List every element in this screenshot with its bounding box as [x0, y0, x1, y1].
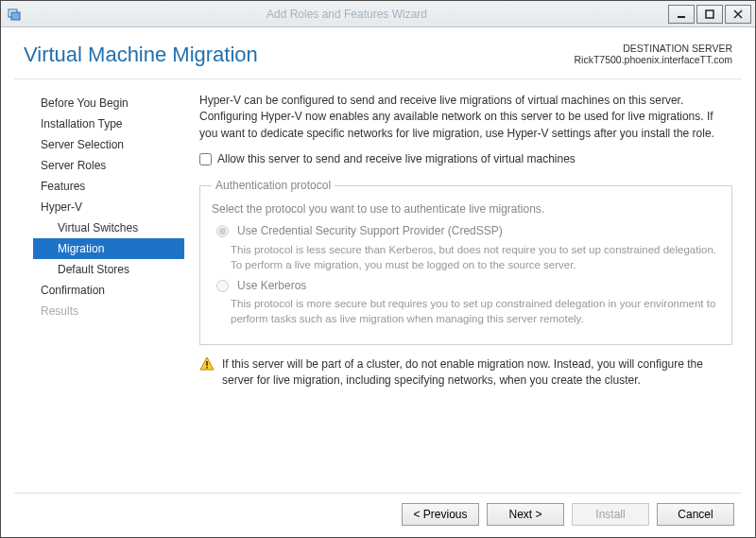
destination-server: DESTINATION SERVER RickT7500.phoenix.int…	[575, 43, 733, 65]
radio-kerberos-desc: This protocol is more secure but require…	[231, 296, 720, 326]
nav-item-hyper-v[interactable]: Hyper-V	[33, 197, 184, 217]
warning-icon	[199, 356, 215, 372]
content-area: Virtual Machine Migration DESTINATION SE…	[1, 27, 755, 537]
radio-credssp-desc: This protocol is less secure than Kerber…	[231, 242, 720, 272]
nav-item-confirmation[interactable]: Confirmation	[33, 280, 184, 301]
allow-migrations-checkbox[interactable]	[199, 153, 212, 165]
svg-rect-8	[206, 367, 208, 369]
app-icon	[7, 7, 22, 22]
radio-credssp-row[interactable]: Use Credential Security Support Provider…	[212, 223, 720, 239]
nav-item-migration[interactable]: Migration	[33, 238, 184, 259]
page-title: Virtual Machine Migration	[24, 43, 258, 67]
svg-rect-1	[11, 12, 20, 20]
radio-kerberos-row[interactable]: Use Kerberos	[212, 278, 720, 294]
wizard-body: Before You BeginInstallation TypeServer …	[14, 78, 742, 494]
install-button[interactable]: Install	[572, 503, 649, 526]
title-bar: Add Roles and Features Wizard	[1, 1, 755, 27]
minimize-button[interactable]	[668, 5, 695, 24]
allow-migrations-checkbox-row[interactable]: Allow this server to send and receive li…	[199, 151, 732, 167]
next-button[interactable]: Next >	[487, 503, 564, 526]
window-title: Add Roles and Features Wizard	[27, 8, 666, 21]
radio-kerberos-label: Use Kerberos	[237, 278, 306, 294]
allow-migrations-label: Allow this server to send and receive li…	[217, 151, 576, 167]
cluster-warning: If this server will be part of a cluster…	[199, 356, 732, 390]
cancel-button[interactable]: Cancel	[657, 503, 734, 526]
radio-kerberos[interactable]	[216, 280, 229, 292]
nav-item-virtual-switches[interactable]: Virtual Switches	[33, 217, 184, 238]
nav-item-server-selection[interactable]: Server Selection	[33, 134, 184, 155]
nav-item-before-you-begin[interactable]: Before You Begin	[33, 93, 184, 113]
header: Virtual Machine Migration DESTINATION SE…	[14, 27, 742, 78]
destination-label: DESTINATION SERVER	[575, 43, 733, 54]
previous-button[interactable]: < Previous	[402, 503, 479, 526]
nav-item-features[interactable]: Features	[33, 176, 184, 197]
nav-item-default-stores[interactable]: Default Stores	[33, 259, 184, 280]
svg-rect-3	[706, 10, 713, 18]
close-button[interactable]	[725, 5, 751, 24]
svg-rect-7	[206, 361, 208, 366]
nav-item-server-roles[interactable]: Server Roles	[33, 155, 184, 176]
nav-item-results: Results	[33, 301, 184, 321]
radio-credssp[interactable]	[216, 225, 229, 237]
auth-subtext: Select the protocol you want to use to a…	[212, 201, 720, 217]
wizard-footer: < Previous Next > Install Cancel	[14, 494, 742, 526]
radio-credssp-label: Use Credential Security Support Provider…	[237, 223, 503, 239]
cluster-warning-text: If this server will be part of a cluster…	[222, 356, 729, 390]
wizard-main: Hyper-V can be configured to send and re…	[190, 89, 742, 483]
destination-value: RickT7500.phoenix.interfaceTT.com	[575, 54, 733, 65]
auth-legend: Authentication protocol	[212, 178, 335, 194]
maximize-button[interactable]	[696, 5, 723, 24]
nav-item-installation-type[interactable]: Installation Type	[33, 113, 184, 134]
authentication-protocol-group: Authentication protocol Select the proto…	[199, 178, 732, 345]
wizard-steps-sidebar: Before You BeginInstallation TypeServer …	[14, 89, 190, 483]
intro-text: Hyper-V can be configured to send and re…	[199, 93, 732, 142]
